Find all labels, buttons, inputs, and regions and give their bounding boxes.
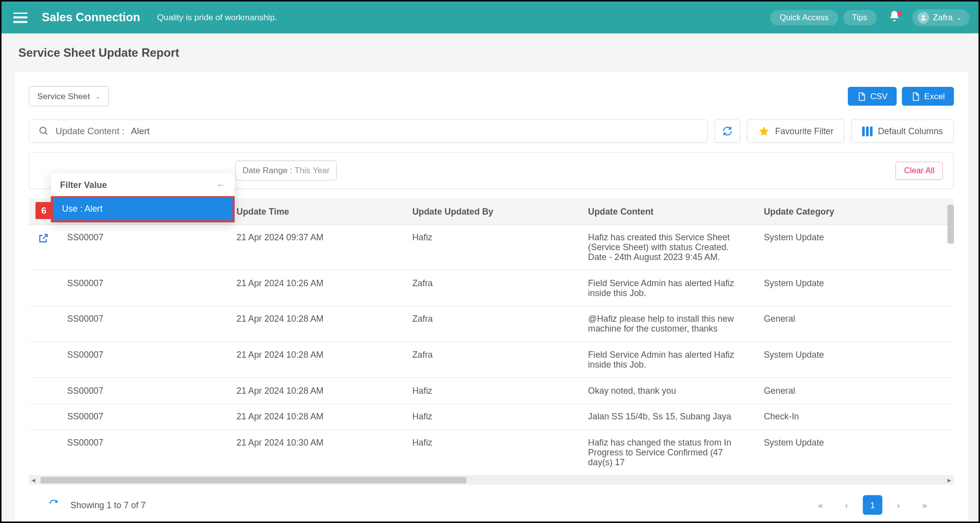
cell-content: Okay noted, thank you bbox=[579, 377, 755, 404]
cell-sheet-no: SS00007 bbox=[58, 377, 227, 404]
table-row[interactable]: SS0000721 Apr 2024 10:28 AMHafizJalan SS… bbox=[29, 404, 954, 430]
cell-sheet-no: SS00007 bbox=[58, 306, 227, 342]
default-columns-button[interactable]: Default Columns bbox=[851, 119, 954, 143]
tips-button[interactable]: Tips bbox=[843, 10, 876, 26]
avatar-icon bbox=[917, 11, 929, 23]
table-row[interactable]: SS0000721 Apr 2024 10:30 AMHafizHafiz ha… bbox=[29, 430, 954, 475]
user-menu[interactable]: Zafra ⌄ bbox=[912, 9, 970, 26]
report-type-dropdown[interactable]: Service Sheet ⌄ bbox=[29, 86, 109, 107]
report-card: Service Sheet ⌄ CSV Excel Update Content… bbox=[14, 72, 968, 523]
date-range-chip[interactable]: Date Range : This Year bbox=[235, 160, 337, 181]
chevron-down-icon: ⌄ bbox=[956, 14, 962, 21]
hamburger-icon[interactable] bbox=[13, 12, 28, 23]
cell-by: Hafiz bbox=[403, 377, 579, 404]
filter-value-popover: Filter Value ← Use : Alert bbox=[51, 173, 234, 222]
col-header-category[interactable]: Update Category bbox=[755, 198, 954, 224]
table-row[interactable]: SS0000721 Apr 2024 10:28 AMZafraField Se… bbox=[29, 342, 954, 378]
pagination: « ‹ 1 › » bbox=[811, 495, 935, 515]
cell-time: 21 Apr 2024 10:26 AM bbox=[227, 270, 403, 306]
col-header-by[interactable]: Update Updated By bbox=[403, 198, 579, 224]
cell-by: Hafiz bbox=[403, 430, 579, 475]
cell-sheet-no: SS00007 bbox=[58, 430, 227, 475]
cell-time: 21 Apr 2024 09:37 AM bbox=[227, 224, 403, 270]
export-csv-button[interactable]: CSV bbox=[848, 87, 897, 106]
tagline: Quality is pride of workmanship. bbox=[157, 12, 277, 22]
cell-time: 21 Apr 2024 10:28 AM bbox=[227, 342, 403, 378]
page-prev-button[interactable]: ‹ bbox=[837, 495, 857, 515]
table-horizontal-scrollbar[interactable]: ◂ ▸ bbox=[29, 476, 954, 485]
cell-content: Field Service Admin has alerted Hafiz in… bbox=[579, 342, 755, 378]
scroll-right-icon: ▸ bbox=[947, 476, 951, 485]
row-action-cell bbox=[29, 306, 58, 342]
refresh-button[interactable] bbox=[715, 119, 741, 143]
cell-content: Field Service Admin has alerted Hafiz in… bbox=[579, 270, 755, 306]
row-action-cell bbox=[29, 430, 58, 475]
page-number-button[interactable]: 1 bbox=[863, 495, 882, 515]
cell-category: System Update bbox=[755, 224, 954, 270]
chevron-down-icon: ⌄ bbox=[95, 93, 101, 100]
cell-content: Hafiz has created this Service Sheet (Se… bbox=[579, 224, 755, 270]
cell-by: Zafra bbox=[403, 342, 579, 378]
cell-time: 21 Apr 2024 10:28 AM bbox=[227, 377, 403, 404]
cell-time: 21 Apr 2024 10:28 AM bbox=[227, 306, 403, 342]
refresh-icon bbox=[48, 498, 59, 509]
open-icon[interactable] bbox=[38, 236, 49, 246]
footer-refresh-button[interactable] bbox=[48, 498, 59, 511]
cell-content: @Hafiz please help to install this new m… bbox=[579, 306, 755, 342]
page-next-button[interactable]: › bbox=[889, 495, 908, 515]
cell-category: System Update bbox=[755, 342, 954, 378]
cell-category: System Update bbox=[755, 270, 954, 306]
filter-use-item[interactable]: Use : Alert bbox=[51, 196, 234, 223]
notifications-button[interactable] bbox=[881, 10, 907, 25]
cell-content: Jalan SS 15/4b, Ss 15, Subang Jaya bbox=[579, 404, 755, 430]
report-table: # Service Sheet No⇅ Update Time Update U… bbox=[29, 198, 954, 476]
file-icon bbox=[911, 92, 920, 101]
cell-sheet-no: SS00007 bbox=[58, 404, 227, 430]
table-footer: Showing 1 to 7 of 7 « ‹ 1 › » bbox=[29, 485, 954, 520]
cell-sheet-no: SS00007 bbox=[58, 270, 227, 306]
page-last-button[interactable]: » bbox=[915, 495, 935, 515]
cell-by: Hafiz bbox=[403, 404, 579, 430]
table-row[interactable]: SS0000721 Apr 2024 10:28 AMZafra@Hafiz p… bbox=[29, 306, 954, 342]
back-arrow-icon[interactable]: ← bbox=[217, 180, 225, 190]
table-vertical-scrollbar[interactable] bbox=[947, 198, 955, 476]
cell-content: Hafiz has changed the status from In Pro… bbox=[579, 430, 755, 475]
search-field-value: Alert bbox=[131, 126, 149, 136]
step-badge: 6 bbox=[36, 202, 52, 219]
export-excel-button[interactable]: Excel bbox=[902, 87, 954, 106]
cell-sheet-no: SS00007 bbox=[58, 342, 227, 378]
cell-by: Zafra bbox=[403, 306, 579, 342]
table-row[interactable]: SS0000721 Apr 2024 09:37 AMHafizHafiz ha… bbox=[29, 224, 954, 270]
showing-info: Showing 1 to 7 of 7 bbox=[71, 500, 146, 510]
page-first-button[interactable]: « bbox=[811, 495, 831, 515]
row-action-cell bbox=[29, 404, 58, 430]
cell-category: General bbox=[755, 377, 954, 404]
table-container: # Service Sheet No⇅ Update Time Update U… bbox=[29, 198, 954, 476]
columns-icon bbox=[862, 126, 872, 136]
favourite-filter-button[interactable]: Favourite Filter bbox=[747, 119, 845, 143]
cell-by: Zafra bbox=[403, 270, 579, 306]
refresh-icon bbox=[722, 125, 733, 137]
svg-line-1 bbox=[45, 132, 47, 134]
row-action-cell bbox=[29, 270, 58, 306]
file-icon bbox=[857, 92, 866, 101]
search-icon bbox=[38, 126, 49, 136]
table-row[interactable]: SS0000721 Apr 2024 10:26 AMZafraField Se… bbox=[29, 270, 954, 306]
notification-dot bbox=[897, 11, 902, 16]
row-action-cell bbox=[29, 224, 58, 270]
quick-access-button[interactable]: Quick Access bbox=[771, 10, 838, 26]
col-header-content[interactable]: Update Content bbox=[579, 198, 755, 224]
table-row[interactable]: SS0000721 Apr 2024 10:28 AMHafizOkay not… bbox=[29, 377, 954, 404]
page-title: Service Sheet Update Report bbox=[18, 46, 964, 60]
cell-time: 21 Apr 2024 10:28 AM bbox=[227, 404, 403, 430]
cell-category: System Update bbox=[755, 430, 954, 475]
top-bar: Sales Connection Quality is pride of wor… bbox=[1, 1, 980, 34]
scroll-left-icon: ◂ bbox=[32, 476, 36, 485]
clear-all-button[interactable]: Clear All bbox=[896, 161, 943, 180]
col-header-time[interactable]: Update Time bbox=[227, 198, 403, 224]
search-input[interactable]: Update Content : Alert bbox=[29, 119, 708, 143]
svg-point-0 bbox=[40, 127, 46, 133]
search-field-label: Update Content : bbox=[56, 126, 125, 136]
row-action-cell bbox=[29, 377, 58, 404]
cell-category: General bbox=[755, 306, 954, 342]
